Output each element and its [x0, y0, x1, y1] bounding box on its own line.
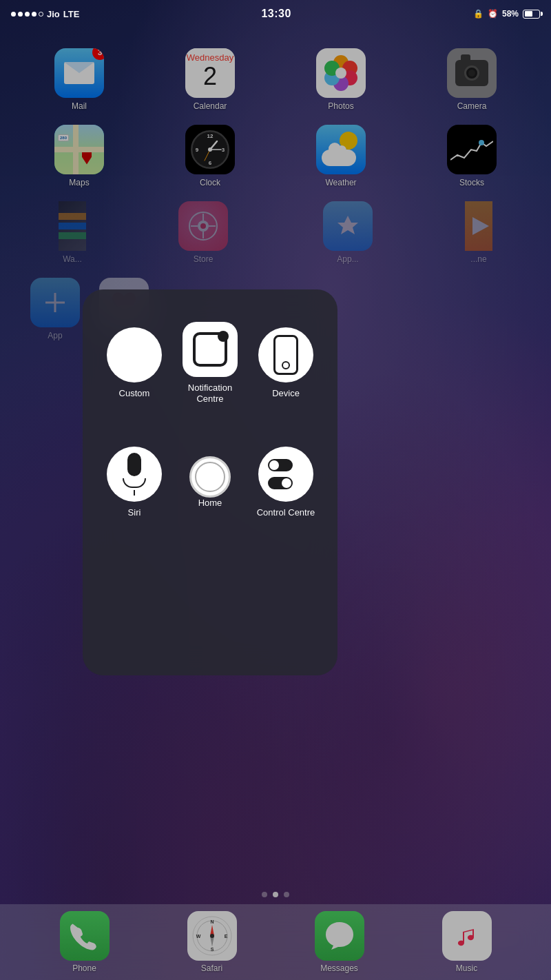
- assistive-custom[interactable]: ★ Custom: [100, 307, 169, 419]
- control-icon-wrap: [258, 447, 313, 502]
- toggle-knob-1: [269, 460, 279, 470]
- mic-body: [127, 453, 141, 476]
- battery-percent: 58%: [502, 9, 519, 19]
- device-phone-icon: [273, 335, 298, 375]
- siri-icon-wrap: [107, 447, 162, 502]
- notif-dot: [218, 331, 229, 342]
- assistive-siri[interactable]: Siri: [100, 426, 169, 538]
- device-icon-wrap: [258, 327, 313, 382]
- assistive-control-centre[interactable]: Control Centre: [251, 426, 320, 538]
- assistive-menu: ★ Custom Notification Centre Device: [83, 289, 337, 675]
- toggle-row-1: [268, 459, 304, 471]
- status-left: Jio LTE: [11, 9, 79, 19]
- lock-icon: 🔒: [473, 9, 484, 19]
- device-home-btn: [282, 361, 290, 369]
- star-icon: ★: [120, 338, 149, 371]
- signal-dot-4: [32, 12, 37, 17]
- signal-dot-3: [25, 12, 30, 17]
- assistive-home[interactable]: Home: [176, 426, 245, 538]
- toggle-2: [268, 477, 293, 489]
- control-centre-icon: [268, 459, 304, 489]
- assistive-notification-centre[interactable]: Notification Centre: [176, 307, 245, 419]
- status-right: 🔒 ⏰ 58%: [473, 9, 540, 19]
- home-button-icon: [189, 456, 231, 498]
- signal-dot-1: [11, 12, 16, 17]
- battery-body: [523, 10, 540, 19]
- mic-icon: [123, 453, 146, 496]
- control-centre-label: Control Centre: [257, 507, 315, 518]
- custom-label: Custom: [119, 388, 150, 399]
- toggle-knob-2: [282, 478, 291, 488]
- home-button-inner: [195, 462, 225, 492]
- siri-label: Siri: [128, 507, 141, 518]
- alarm-icon: ⏰: [488, 9, 498, 19]
- assistive-device[interactable]: Device: [251, 307, 320, 419]
- network-type: LTE: [63, 9, 80, 19]
- battery-fill: [525, 11, 533, 17]
- time-display: 13:30: [261, 8, 291, 20]
- battery-icon: [523, 10, 540, 19]
- mic-stand: [123, 478, 146, 488]
- custom-icon-wrap: ★: [107, 327, 162, 382]
- mic-base: [134, 490, 135, 496]
- signal-dot-2: [18, 12, 23, 17]
- home-label: Home: [198, 498, 222, 509]
- device-label: Device: [272, 388, 300, 399]
- notification-centre-icon: [193, 332, 227, 367]
- signal-dots: [11, 12, 43, 17]
- notification-centre-label: Notification Centre: [176, 382, 245, 404]
- notif-icon-wrap: [183, 322, 238, 377]
- toggle-row-2: [268, 477, 304, 489]
- carrier-name: Jio: [47, 9, 60, 19]
- toggle-1: [268, 459, 293, 471]
- status-bar: Jio LTE 13:30 🔒 ⏰ 58%: [0, 0, 551, 28]
- signal-dot-5: [39, 12, 43, 17]
